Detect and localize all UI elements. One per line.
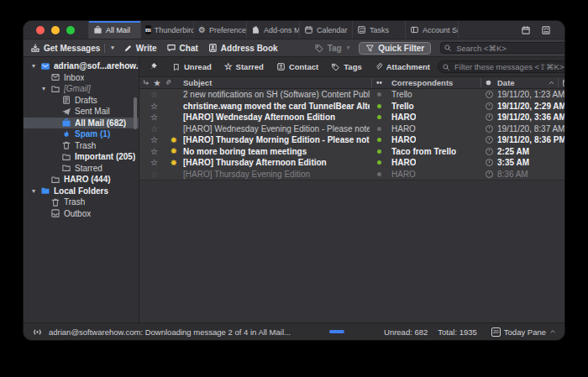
- folder-spam[interactable]: Spam (1): [24, 128, 139, 140]
- folder-haro[interactable]: HARO (444): [24, 174, 139, 186]
- message-correspondent: Trello: [391, 101, 414, 113]
- folder-icon: [50, 175, 60, 185]
- open-tasks-tab-button[interactable]: [541, 25, 551, 35]
- zoom-window-button[interactable]: [66, 26, 75, 34]
- folder-sent-mail[interactable]: Sent Mail: [24, 106, 139, 118]
- column-divider[interactable]: [480, 78, 481, 87]
- message-row[interactable]: ☆ 2 new notifications on SH (Software) C…: [139, 89, 564, 101]
- folder-inbox[interactable]: Inbox: [24, 72, 139, 84]
- star-toggle[interactable]: ☆: [150, 112, 158, 123]
- folder-starred[interactable]: Starred: [24, 163, 139, 175]
- twisty-icon[interactable]: ▾: [40, 85, 47, 92]
- star-toggle[interactable]: ☆: [150, 101, 158, 113]
- minimize-window-button[interactable]: [51, 26, 60, 34]
- read-indicator[interactable]: [377, 123, 381, 135]
- star-toggle[interactable]: ☆: [150, 169, 158, 181]
- message-row[interactable]: ☆ [HARO] Wednesday Afternoon Edition HAR…: [139, 112, 564, 123]
- close-window-button[interactable]: [36, 26, 45, 34]
- tag-button[interactable]: Tag ▾: [314, 43, 350, 53]
- folder-label: Trash: [75, 141, 96, 150]
- quick-filter-bar: Unread ☆ Starred Contact Tags: [139, 57, 564, 77]
- thread-column-header[interactable]: [143, 77, 150, 88]
- tab-addons-manager[interactable]: Add-ons Ma: [247, 21, 300, 39]
- folder-pane-scrollbar[interactable]: [134, 97, 137, 129]
- message-row[interactable]: ☆ [HARO] Thursday Evening Edition HARO 8…: [139, 169, 564, 181]
- folder-important[interactable]: Important (205): [24, 151, 139, 163]
- read-indicator[interactable]: [377, 112, 381, 123]
- filter-tags-button[interactable]: Tags: [326, 60, 366, 73]
- message-row[interactable]: ☆ [HARO] Wednesday Evening Edition - Ple…: [139, 123, 564, 135]
- tab-thunderbird-start[interactable]: m Thunderbird: [141, 21, 194, 39]
- tab-calendar[interactable]: Calendar: [300, 21, 353, 39]
- message-row[interactable]: ☆ ✸ No more boring team meetings Taco fr…: [139, 146, 564, 158]
- quick-filter-input[interactable]: [438, 60, 564, 73]
- sort-ascending-icon[interactable]: [548, 77, 555, 88]
- subject-column-header[interactable]: Subject: [183, 77, 212, 88]
- folder-all-mail[interactable]: All Mail (682): [24, 118, 139, 129]
- statusbar-right: Unread: 682 Total: 1935: [384, 327, 477, 337]
- star-toggle[interactable]: ☆: [150, 157, 158, 169]
- star-toggle[interactable]: ☆: [150, 89, 158, 101]
- chat-button[interactable]: Chat: [166, 43, 198, 53]
- folder-trash[interactable]: Trash: [24, 140, 139, 152]
- message-row[interactable]: ☆ christine.wang moved the card TunnelBe…: [139, 101, 564, 113]
- outbox-icon: [50, 208, 60, 218]
- tag-icon: [331, 62, 340, 71]
- twisty-icon[interactable]: ▾: [30, 62, 37, 70]
- read-indicator[interactable]: [377, 169, 381, 181]
- quick-filter-toggle-button[interactable]: Quick Filter: [359, 42, 431, 55]
- activity-broadcast-icon[interactable]: [32, 327, 43, 338]
- folder-drafts[interactable]: Drafts: [24, 95, 139, 107]
- folder-local-trash[interactable]: Trash: [24, 196, 139, 208]
- chevron-down-icon[interactable]: ▾: [111, 45, 114, 51]
- read-indicator[interactable]: [377, 146, 381, 158]
- get-messages-button[interactable]: Get Messages ▾: [30, 43, 114, 53]
- trash-icon: [50, 197, 60, 207]
- today-pane-toggle[interactable]: 20 Today Pane: [491, 327, 556, 337]
- twisty-icon[interactable]: ▾: [30, 187, 37, 195]
- folder-outbox[interactable]: Outbox: [24, 208, 139, 220]
- paperclip-icon: [375, 62, 383, 71]
- message-row[interactable]: ☆ ✸ [HARO] Thursday Afternoon Edition HA…: [139, 157, 564, 169]
- read-column-header[interactable]: [375, 77, 383, 88]
- filter-starred-button[interactable]: ☆ Starred: [219, 60, 269, 74]
- folder-local-folders[interactable]: ▾ Local Folders: [24, 186, 139, 197]
- tab-all-mail[interactable]: All Mail: [88, 21, 141, 39]
- filter-contact-button[interactable]: Contact: [271, 60, 323, 73]
- global-search-input[interactable]: [440, 42, 564, 54]
- read-indicator[interactable]: [377, 157, 381, 169]
- message-correspondent: HARO: [391, 112, 416, 123]
- write-button[interactable]: Write: [123, 44, 157, 53]
- read-indicator[interactable]: [377, 101, 381, 113]
- received-clock-icon: [486, 157, 493, 169]
- tab-tasks[interactable]: Tasks: [353, 21, 406, 39]
- open-calendar-tab-button[interactable]: [521, 25, 531, 35]
- star-toggle[interactable]: ☆: [150, 146, 158, 158]
- attachment-column-header[interactable]: [165, 77, 171, 88]
- filter-starred-label: Starred: [236, 62, 264, 71]
- flame-icon: [61, 129, 71, 139]
- address-book-button[interactable]: Address Book: [207, 43, 278, 53]
- message-correspondent: HARO: [391, 134, 416, 146]
- contact-icon: [276, 62, 286, 71]
- column-divider[interactable]: [371, 78, 372, 87]
- date-column-header[interactable]: Date: [497, 77, 515, 88]
- received-column-header[interactable]: [485, 77, 492, 88]
- tab-preferences[interactable]: ⚙ Preferences: [194, 21, 247, 39]
- filter-unread-button[interactable]: Unread: [167, 60, 217, 73]
- correspondents-column-header[interactable]: Correspondents: [391, 77, 453, 88]
- read-indicator[interactable]: [377, 134, 381, 146]
- star-toggle[interactable]: ☆: [150, 134, 158, 146]
- pin-filter-icon[interactable]: [145, 60, 161, 73]
- message-row[interactable]: ☆ ✸ [HARO] Thursday Morning Edition - Pl…: [139, 134, 564, 146]
- message-list-header: ★ Subject Correspondents Date: [139, 77, 564, 89]
- star-column-header[interactable]: ★: [154, 77, 160, 88]
- filter-attachment-button[interactable]: Attachment: [370, 60, 435, 73]
- filter-attachment-label: Attachment: [386, 62, 430, 71]
- folder-account-root[interactable]: ▾ adrian@sof...arehow.com: [24, 60, 139, 72]
- column-picker-button[interactable]: [562, 77, 564, 88]
- tab-account-settings[interactable]: Account Sett: [406, 21, 459, 39]
- read-indicator[interactable]: [377, 89, 381, 101]
- star-toggle[interactable]: ☆: [150, 123, 158, 135]
- folder-gmail[interactable]: ▾ [Gmail]: [24, 83, 139, 95]
